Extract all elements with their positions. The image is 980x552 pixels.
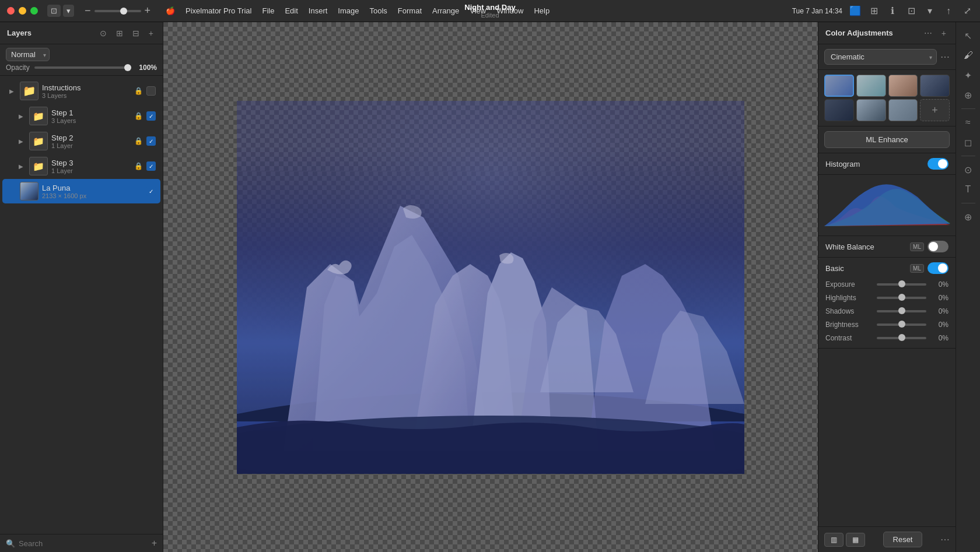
menu-file[interactable]: File (257, 5, 279, 16)
ml-enhance-button[interactable]: ML Enhance (824, 131, 950, 148)
layer-name: La Puna (42, 184, 143, 192)
exposure-slider[interactable] (877, 283, 926, 286)
layers-header-icons: ⊙ ⊞ ⊟ + (97, 27, 156, 39)
type-tool-button[interactable]: T (960, 181, 977, 198)
highlights-row: Highlights 0% (818, 292, 956, 305)
shadows-slider[interactable] (877, 310, 926, 312)
share-menu-icon[interactable]: ▾ (924, 5, 936, 17)
preset-thumb[interactable] (888, 99, 918, 121)
opacity-slider[interactable] (34, 66, 131, 69)
preset-thumb[interactable] (856, 99, 886, 121)
healing-tool-button[interactable]: ⊕ (960, 86, 977, 104)
zoom-out-button[interactable]: − (83, 5, 92, 17)
layers-stack-button[interactable]: ⊞ (114, 27, 125, 39)
layer-name: Step 3 (51, 159, 131, 167)
clone-tool-button[interactable]: ⊙ (960, 161, 977, 178)
magic-wand-tool-button[interactable]: ✦ (960, 66, 977, 84)
list-item[interactable]: La Puna 2133 × 1600 px ✓ (2, 179, 160, 203)
expand-icon[interactable]: ▶ (19, 138, 26, 145)
menu-arrange[interactable]: Arrange (428, 5, 464, 16)
canvas-area[interactable] (163, 22, 818, 552)
view-options-button[interactable]: ▾ (63, 5, 74, 17)
ml-badge: ML (910, 242, 924, 251)
menu-tools[interactable]: Tools (365, 5, 391, 16)
cursor-tool-button[interactable]: ↖ (960, 27, 977, 44)
list-item[interactable]: ▶ 📁 Step 3 1 Layer 🔒 ✓ (2, 154, 160, 178)
menu-image[interactable]: Image (333, 5, 363, 16)
sidebar-toggle-button[interactable]: ⊡ (47, 5, 61, 17)
search-add-button[interactable]: + (152, 538, 157, 549)
visibility-checkbox[interactable]: ✓ (146, 136, 156, 146)
close-button[interactable] (7, 7, 15, 15)
menu-insert[interactable]: Insert (304, 5, 332, 16)
layers-mask-button[interactable]: ⊟ (130, 27, 142, 39)
expand-icon[interactable]: ▶ (19, 163, 26, 170)
menu-edit[interactable]: Edit (280, 5, 302, 16)
layer-info: La Puna 2133 × 1600 px (42, 184, 143, 199)
blend-mode-select-wrap[interactable]: Normal Multiply Screen (6, 48, 50, 61)
white-balance-toggle[interactable] (928, 241, 949, 252)
menu-format[interactable]: Format (393, 5, 426, 16)
preset-thumb[interactable] (824, 75, 854, 97)
menu-pixelmator[interactable]: Pixelmator Pro Trial (181, 5, 256, 16)
layer-icons: 🔒 ✓ (134, 136, 156, 146)
white-balance-section: White Balance ML (818, 236, 956, 258)
preset-dropdown[interactable]: Cinematic (824, 49, 937, 65)
panel-more-button[interactable]: ⋯ (940, 534, 950, 545)
highlights-slider[interactable] (877, 297, 926, 299)
visibility-checkbox[interactable]: ✓ (146, 161, 156, 171)
maximize-button[interactable] (30, 7, 38, 15)
layers-view-icon[interactable]: ⊞ (868, 5, 880, 17)
color-adjustments-header: Color Adjustments ⋯ + (818, 22, 956, 44)
menu-apple[interactable]: 🍎 (161, 5, 180, 16)
info-icon[interactable]: ℹ (887, 5, 898, 17)
contrast-slider[interactable] (877, 337, 926, 339)
crop-icon[interactable]: ⊡ (905, 5, 917, 17)
share-icon[interactable]: ↑ (943, 5, 954, 17)
preset-thumb[interactable] (824, 99, 854, 121)
adjustment-tool-button[interactable]: ≈ (960, 114, 977, 131)
preset-thumb[interactable] (856, 75, 886, 97)
fullscreen-icon[interactable]: ⤢ (961, 5, 973, 17)
list-item[interactable]: ▶ 📁 Instructions 3 Layers 🔒 (2, 79, 160, 103)
view-toggle[interactable]: ⊡ ▾ (47, 5, 74, 17)
expand-icon[interactable]: ▶ (9, 88, 16, 94)
basic-toggle[interactable] (928, 262, 949, 274)
search-input[interactable] (19, 539, 148, 548)
zoom-tool-button[interactable]: ⊕ (960, 208, 977, 226)
blend-mode-select[interactable]: Normal Multiply Screen (6, 48, 50, 61)
preset-thumb[interactable] (888, 75, 918, 97)
doc-info: Night and Day Edited (464, 3, 515, 19)
color-swatch-icon[interactable]: 🟦 (849, 5, 861, 17)
visibility-checkbox[interactable] (146, 86, 156, 96)
add-preset-button[interactable]: + (920, 99, 950, 121)
preset-dropdown-wrap[interactable]: Cinematic ▾ (824, 49, 937, 65)
layers-add-button[interactable]: + (146, 27, 156, 39)
reset-button[interactable]: Reset (883, 532, 923, 547)
histogram-toggle[interactable] (928, 158, 949, 170)
erase-tool-button[interactable]: ◻ (960, 133, 977, 151)
brightness-slider[interactable] (877, 324, 926, 326)
list-item[interactable]: ▶ 📁 Step 1 3 Layers 🔒 ✓ (2, 104, 160, 128)
menu-help[interactable]: Help (529, 5, 554, 16)
split-view-button[interactable]: ▦ (846, 533, 865, 547)
zoom-in-button[interactable]: + (144, 5, 152, 17)
zoom-slider[interactable] (94, 10, 141, 12)
single-view-button[interactable]: ▥ (824, 533, 844, 547)
minimize-button[interactable] (19, 7, 26, 15)
traffic-lights[interactable] (7, 7, 38, 15)
preset-more-options-button[interactable]: ⋯ (940, 51, 950, 62)
contrast-label: Contrast (825, 334, 872, 342)
paint-bucket-tool-button[interactable]: 🖌 (960, 47, 977, 64)
view-toggle-buttons: ▥ ▦ (824, 533, 865, 547)
panel-add-button[interactable]: + (939, 27, 949, 39)
right-tool-strip: ↖ 🖌 ✦ ⊕ ≈ ◻ ⊙ T ⊕ (956, 22, 980, 552)
visibility-checkbox[interactable]: ✓ (146, 187, 156, 196)
list-item[interactable]: ▶ 📁 Step 2 1 Layer 🔒 ✓ (2, 129, 160, 153)
layers-options-button[interactable]: ⊙ (97, 27, 109, 39)
visibility-checkbox[interactable]: ✓ (146, 111, 156, 121)
panel-options-button[interactable]: ⋯ (922, 27, 935, 39)
expand-icon[interactable]: ▶ (19, 113, 26, 119)
histogram-chart (818, 175, 956, 236)
preset-thumb[interactable] (920, 75, 950, 97)
